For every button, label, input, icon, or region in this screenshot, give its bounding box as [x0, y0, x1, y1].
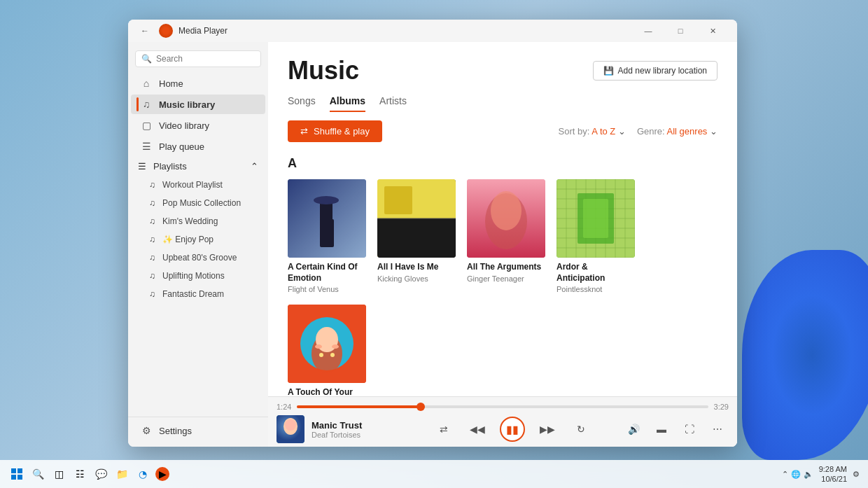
edge-button[interactable]: ◔ [134, 466, 151, 482]
playlist-item-4[interactable]: ♫ Upbeat 80's Groove [131, 249, 265, 266]
album-artist-1: Kicking Gloves [377, 274, 456, 283]
album-cover-2 [467, 179, 545, 258]
playlist-item-6[interactable]: ♫ Fantastic Dream [131, 286, 265, 302]
svg-rect-4 [377, 218, 456, 258]
playlist-item-3[interactable]: ♫ ✨ Enjoy Pop [131, 231, 265, 248]
progress-thumb [416, 403, 425, 411]
sidebar-item-settings[interactable]: ⚙ Settings [131, 421, 265, 440]
playlist-item-2[interactable]: ♫ Kim's Wedding [131, 213, 265, 230]
volume-button[interactable]: 🔊 [622, 418, 645, 440]
tab-artists[interactable]: Artists [379, 91, 407, 112]
playlist-item-0[interactable]: ♫ Workout Playlist [131, 176, 265, 193]
search-input[interactable] [156, 54, 255, 64]
play-pause-button[interactable]: ▮▮ [500, 417, 525, 442]
track-thumbnail [276, 415, 304, 443]
sidebar-bottom: ⚙ Settings [128, 417, 268, 441]
shuffle-button[interactable]: ⇄ [433, 418, 455, 440]
content-title-row: Music 💾 Add new library location [288, 56, 718, 85]
shuffle-icon: ⇄ [300, 126, 308, 137]
svg-rect-38 [11, 475, 16, 480]
content-toolbar: ⇄ Shuffle & play Sort by: A to Z ⌄ Genre… [268, 112, 737, 151]
content-scroll[interactable]: A [268, 151, 737, 396]
search-box[interactable]: 🔍 [135, 50, 261, 67]
sidebar-item-play-queue[interactable]: ☰ Play queue [131, 137, 265, 156]
main-content: Music 💾 Add new library location Songs A… [268, 42, 737, 447]
tab-albums[interactable]: Albums [330, 91, 365, 112]
progress-fill [297, 405, 420, 408]
track-artist: Deaf Tortoises [312, 431, 362, 439]
fullscreen-button[interactable]: ⛶ [678, 418, 701, 440]
taskbar-left: 🔍 ◫ ☷ 💬 📁 ◔ ▶ [8, 466, 169, 482]
sort-value[interactable]: A to Z [592, 126, 615, 137]
playlist-label: Kim's Wedding [162, 216, 218, 226]
sidebar-item-home[interactable]: ⌂ Home [131, 74, 265, 93]
sort-label: Sort by: A to Z ⌄ [559, 126, 626, 137]
sidebar-item-label: Settings [159, 426, 192, 436]
playlist-label: Fantastic Dream [162, 289, 224, 299]
next-button[interactable]: ▶▶ [536, 418, 559, 440]
chevron-up-icon-systray: ⌃ [782, 470, 788, 479]
volume-icon: 🔈 [804, 470, 813, 479]
add-library-button[interactable]: 💾 Add new library location [593, 61, 718, 81]
widgets-button[interactable]: ☷ [71, 466, 88, 482]
svg-point-2 [314, 196, 339, 204]
media-player-window: ← Media Player — □ ✕ 🔍 ⌂ Home ♫ Music li… [128, 20, 737, 447]
video-icon: ▢ [141, 120, 152, 131]
playlist-label: Uplifting Motions [162, 271, 225, 281]
playlist-label: Upbeat 80's Groove [162, 253, 237, 263]
start-button[interactable] [8, 466, 25, 482]
album-title-0: A Certain Kind Of Emotion [288, 262, 366, 284]
playback-bar: 1:24 3:29 [268, 396, 737, 447]
window-body: 🔍 ⌂ Home ♫ Music library ▢ Video library… [128, 42, 737, 447]
album-card-3[interactable]: Ardor & Anticipation Pointlessknot [556, 179, 635, 293]
miniplayer-button[interactable]: ▬ [650, 418, 673, 440]
tabs: Songs Albums Artists [288, 91, 718, 112]
svg-point-35 [285, 419, 296, 431]
album-card-2[interactable]: All The Arguments Ginger Teenager [467, 179, 545, 293]
track-text: Manic Trust Deaf Tortoises [312, 420, 362, 439]
sidebar-item-music-library[interactable]: ♫ Music library [131, 95, 265, 114]
chevron-up-icon: ⌃ [251, 161, 258, 172]
previous-button[interactable]: ◀◀ [466, 418, 489, 440]
chat-button[interactable]: 💬 [92, 466, 109, 482]
album-cover-4 [288, 305, 366, 383]
close-button[interactable]: ✕ [696, 20, 729, 42]
network-icon: 🌐 [791, 470, 801, 479]
sidebar-item-video-library[interactable]: ▢ Video library [131, 116, 265, 135]
album-artist-0: Flight of Venus [288, 285, 366, 293]
sidebar-item-label: Music library [159, 99, 215, 110]
playlist-item-1[interactable]: ♫ Pop Music Collection [131, 195, 265, 211]
album-title-3: Ardor & Anticipation [556, 262, 635, 284]
album-title-2: All The Arguments [467, 262, 545, 273]
back-button[interactable]: ← [136, 22, 153, 39]
playback-controls: Manic Trust Deaf Tortoises ⇄ ◀◀ ▮▮ ▶▶ ↻ … [268, 412, 737, 446]
playlist-item-5[interactable]: ♫ Uplifting Motions [131, 267, 265, 284]
app-icon [159, 24, 173, 38]
explorer-button[interactable]: 📁 [113, 466, 130, 482]
playlist-label: Workout Playlist [162, 180, 223, 190]
add-library-icon: 💾 [603, 66, 614, 76]
album-card-0[interactable]: A Certain Kind Of Emotion Flight of Venu… [288, 179, 366, 293]
maximize-button[interactable]: □ [664, 20, 696, 42]
shuffle-play-button[interactable]: ⇄ Shuffle & play [288, 120, 382, 142]
album-card-1[interactable]: All I Have Is Me Kicking Gloves [377, 179, 456, 293]
media-taskbar-button[interactable]: ▶ [155, 467, 169, 481]
win11-decoration [742, 250, 868, 460]
album-cover-0 [288, 179, 366, 258]
minimize-button[interactable]: — [632, 20, 664, 42]
task-view-button[interactable]: ◫ [50, 466, 67, 482]
more-button[interactable]: ⋯ [706, 418, 729, 440]
page-title: Music [288, 56, 359, 85]
search-taskbar-button[interactable]: 🔍 [29, 466, 46, 482]
sidebar-item-label: Play queue [159, 141, 204, 152]
tab-songs[interactable]: Songs [288, 91, 316, 112]
svg-rect-36 [11, 468, 16, 473]
sidebar-item-label: Home [159, 78, 183, 89]
playlists-header[interactable]: ☰ Playlists ⌃ [128, 157, 268, 176]
repeat-button[interactable]: ↻ [570, 418, 592, 440]
genre-value[interactable]: All genres [667, 126, 708, 137]
sort-genre-controls: Sort by: A to Z ⌄ Genre: All genres ⌄ [559, 126, 718, 137]
album-card-4[interactable]: A Touch Of Your Punk Compass Tribute [288, 305, 366, 396]
progress-track[interactable] [297, 405, 708, 408]
track-info: Manic Trust Deaf Tortoises [276, 415, 402, 443]
